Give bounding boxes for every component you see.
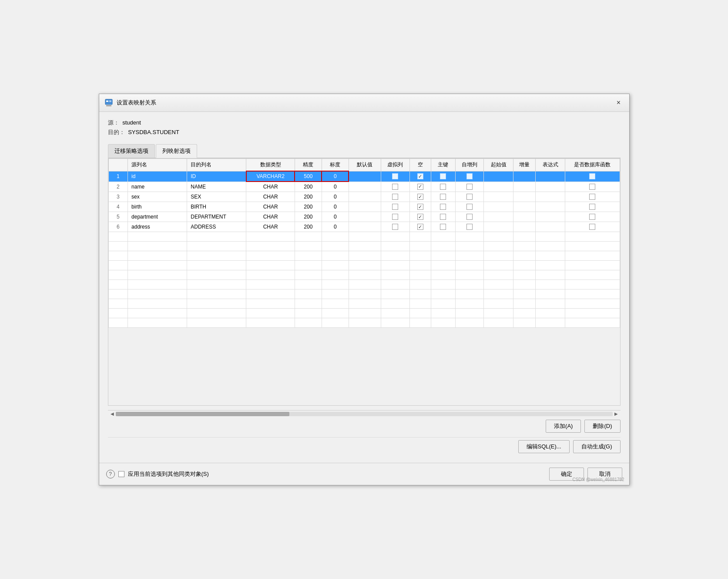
dst-col-cell[interactable]: ID [187, 171, 246, 182]
src-col-cell[interactable]: name [128, 182, 187, 192]
table-row[interactable]: 6addressADDRESSCHAR2000 [108, 222, 620, 232]
autoinc-cell[interactable] [455, 202, 484, 212]
precision-cell[interactable]: 200 [295, 212, 322, 222]
dbfunc-cell[interactable] [565, 171, 620, 182]
edit-sql-button[interactable]: 编辑SQL(E)... [518, 440, 570, 453]
virtual-col-cell[interactable] [381, 192, 409, 202]
virtual-col-cell[interactable] [381, 222, 409, 232]
src-col-cell[interactable]: address [128, 222, 187, 232]
increment-cell[interactable] [513, 171, 536, 182]
increment-cell[interactable] [513, 222, 536, 232]
src-col-cell[interactable]: id [128, 171, 187, 182]
scale-cell[interactable]: 0 [322, 202, 349, 212]
autoinc-cell[interactable] [455, 192, 484, 202]
virtual-col-cell[interactable] [381, 202, 409, 212]
dst-col-cell[interactable]: DEPARTMENT [187, 212, 246, 222]
src-col-cell[interactable]: birth [128, 202, 187, 212]
mapping-table-container[interactable]: 源列名 目的列名 数据类型 精度 标度 默认值 虚拟列 空 主键 自增列 起始值… [108, 158, 621, 406]
datatype-cell[interactable]: CHAR [246, 192, 295, 202]
datatype-cell[interactable]: CHAR [246, 182, 295, 192]
pk-cell[interactable] [431, 192, 456, 202]
startval-cell[interactable] [484, 182, 513, 192]
datatype-cell[interactable]: VARCHAR2 [246, 171, 295, 182]
startval-cell[interactable] [484, 192, 513, 202]
precision-cell[interactable]: 200 [295, 222, 322, 232]
scroll-left-arrow[interactable]: ◀ [109, 411, 116, 416]
dbfunc-cell[interactable] [565, 192, 620, 202]
tab-mapping[interactable]: 列映射选项 [156, 144, 197, 158]
expr-cell[interactable] [536, 212, 565, 222]
default-cell[interactable] [349, 212, 381, 222]
startval-cell[interactable] [484, 202, 513, 212]
tab-migration[interactable]: 迁移策略选项 [108, 144, 155, 158]
dst-col-cell[interactable]: ADDRESS [187, 222, 246, 232]
table-row[interactable]: 1idIDVARCHAR25000 [108, 171, 620, 182]
default-cell[interactable] [349, 171, 381, 182]
scale-cell[interactable]: 0 [322, 222, 349, 232]
dst-col-cell[interactable]: SEX [187, 192, 246, 202]
pk-cell[interactable] [431, 212, 456, 222]
nullable-cell[interactable] [409, 182, 431, 192]
default-cell[interactable] [349, 202, 381, 212]
scroll-right-arrow[interactable]: ▶ [613, 411, 620, 416]
close-button[interactable]: × [614, 98, 624, 108]
increment-cell[interactable] [513, 182, 536, 192]
apply-checkbox[interactable] [118, 471, 124, 477]
dbfunc-cell[interactable] [565, 202, 620, 212]
nullable-cell[interactable] [409, 171, 431, 182]
startval-cell[interactable] [484, 171, 513, 182]
expr-cell[interactable] [536, 182, 565, 192]
default-cell[interactable] [349, 182, 381, 192]
default-cell[interactable] [349, 192, 381, 202]
dst-col-cell[interactable]: BIRTH [187, 202, 246, 212]
nullable-cell[interactable] [409, 192, 431, 202]
src-col-cell[interactable]: sex [128, 192, 187, 202]
scale-cell[interactable]: 0 [322, 182, 349, 192]
datatype-cell[interactable]: CHAR [246, 212, 295, 222]
scale-cell[interactable]: 0 [322, 171, 349, 182]
startval-cell[interactable] [484, 222, 513, 232]
precision-cell[interactable]: 500 [295, 171, 322, 182]
autoinc-cell[interactable] [455, 222, 484, 232]
nullable-cell[interactable] [409, 222, 431, 232]
pk-cell[interactable] [431, 171, 456, 182]
nullable-cell[interactable] [409, 212, 431, 222]
increment-cell[interactable] [513, 202, 536, 212]
datatype-cell[interactable]: CHAR [246, 202, 295, 212]
dbfunc-cell[interactable] [565, 182, 620, 192]
precision-cell[interactable]: 200 [295, 202, 322, 212]
dbfunc-cell[interactable] [565, 212, 620, 222]
autoinc-cell[interactable] [455, 212, 484, 222]
auto-gen-button[interactable]: 自动生成(G) [573, 440, 621, 453]
default-cell[interactable] [349, 222, 381, 232]
expr-cell[interactable] [536, 192, 565, 202]
pk-cell[interactable] [431, 222, 456, 232]
datatype-cell[interactable]: CHAR [246, 222, 295, 232]
virtual-col-cell[interactable] [381, 182, 409, 192]
delete-button[interactable]: 删除(D) [584, 420, 620, 433]
horizontal-scrollbar[interactable]: ◀ ▶ [108, 410, 621, 417]
scrollbar-thumb[interactable] [116, 412, 290, 416]
table-row[interactable]: 4birthBIRTHCHAR2000 [108, 202, 620, 212]
table-row[interactable]: 5departmentDEPARTMENTCHAR2000 [108, 212, 620, 222]
expr-cell[interactable] [536, 202, 565, 212]
pk-cell[interactable] [431, 182, 456, 192]
autoinc-cell[interactable] [455, 182, 484, 192]
scale-cell[interactable]: 0 [322, 192, 349, 202]
help-icon[interactable]: ? [106, 470, 115, 478]
pk-cell[interactable] [431, 202, 456, 212]
add-button[interactable]: 添加(A) [546, 420, 581, 433]
expr-cell[interactable] [536, 222, 565, 232]
precision-cell[interactable]: 200 [295, 182, 322, 192]
virtual-col-cell[interactable] [381, 171, 409, 182]
increment-cell[interactable] [513, 192, 536, 202]
precision-cell[interactable]: 200 [295, 192, 322, 202]
table-row[interactable]: 3sexSEXCHAR2000 [108, 192, 620, 202]
increment-cell[interactable] [513, 212, 536, 222]
dbfunc-cell[interactable] [565, 222, 620, 232]
startval-cell[interactable] [484, 212, 513, 222]
virtual-col-cell[interactable] [381, 212, 409, 222]
expr-cell[interactable] [536, 171, 565, 182]
scrollbar-track[interactable] [116, 412, 613, 416]
dst-col-cell[interactable]: NAME [187, 182, 246, 192]
